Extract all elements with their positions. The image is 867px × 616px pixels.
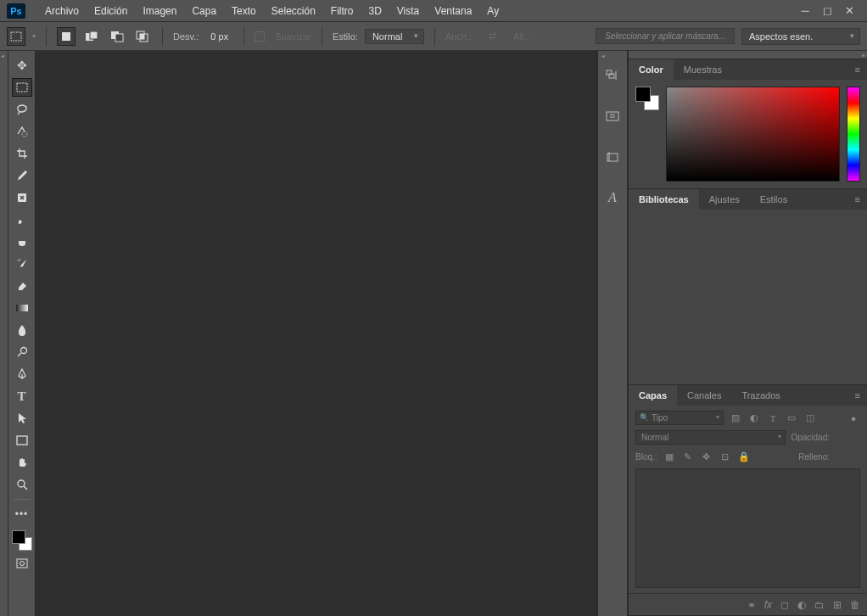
tab-capas[interactable]: Capas [629, 385, 677, 406]
width-label: Anch.: [445, 31, 472, 42]
lasso-tool[interactable] [12, 100, 32, 119]
selection-subtract-icon[interactable] [108, 27, 126, 46]
eyedropper-tool[interactable] [12, 166, 32, 185]
filter-toggle-icon[interactable]: ● [847, 412, 860, 425]
close-button[interactable]: ✕ [838, 3, 860, 20]
color-saturation-field[interactable] [666, 87, 840, 182]
hand-tool[interactable] [12, 453, 32, 472]
tab-muestras[interactable]: Muestras [674, 59, 732, 80]
selection-new-icon[interactable] [57, 27, 76, 46]
quickmask-toggle[interactable] [12, 554, 32, 573]
rectangle-shape-tool[interactable] [12, 431, 32, 450]
color-fgbg-swatch[interactable] [635, 87, 659, 110]
libraries-body [629, 210, 867, 384]
toolbox-handle[interactable] [0, 51, 8, 616]
group-icon[interactable]: 🗀 [814, 599, 825, 611]
history-panel-icon[interactable] [602, 66, 623, 85]
lock-all-icon[interactable]: 🔒 [737, 450, 751, 463]
menu-vista[interactable]: Vista [389, 0, 427, 22]
color-panel-menu-icon[interactable]: ≡ [848, 59, 867, 80]
history-brush-tool[interactable] [12, 255, 32, 273]
lock-artboard-icon[interactable]: ⊡ [719, 450, 732, 463]
quick-select-tool[interactable] [12, 122, 32, 141]
svg-rect-9 [17, 83, 27, 92]
path-select-tool[interactable] [12, 409, 32, 428]
canvas-area[interactable] [36, 51, 597, 616]
new-layer-icon[interactable]: ⊞ [833, 599, 842, 611]
filter-adjust-icon[interactable]: ◐ [747, 412, 761, 425]
menu-ayuda[interactable]: Ay [479, 0, 506, 22]
menu-filtro[interactable]: Filtro [323, 0, 361, 22]
maximize-button[interactable]: ◻ [816, 3, 838, 20]
filter-image-icon[interactable]: ▨ [729, 412, 742, 425]
eraser-tool[interactable] [12, 277, 32, 295]
filter-shape-icon[interactable]: ▭ [785, 412, 798, 425]
layer-filter-select[interactable]: Tipo [635, 411, 724, 425]
feather-value[interactable]: 0 px [205, 31, 233, 42]
style-select[interactable]: Normal [365, 29, 424, 44]
tab-estilos[interactable]: Estilos [750, 189, 797, 210]
dodge-tool[interactable] [12, 343, 32, 361]
properties-panel-icon[interactable] [602, 107, 623, 126]
tab-trazados[interactable]: Trazados [731, 385, 790, 406]
character-panel-icon[interactable]: A [602, 188, 623, 207]
menu-capa[interactable]: Capa [184, 0, 224, 22]
move-tool[interactable]: ✥ [12, 56, 32, 75]
tab-bibliotecas[interactable]: Bibliotecas [629, 189, 699, 210]
toolbox: ✥ T ••• [8, 51, 36, 616]
menu-imagen[interactable]: Imagen [135, 0, 184, 22]
pen-tool[interactable] [12, 365, 32, 384]
crop-tool[interactable] [12, 144, 32, 163]
menu-edicion[interactable]: Edición [87, 0, 135, 22]
svg-rect-1 [62, 32, 70, 41]
lock-position-icon[interactable]: ✥ [700, 450, 713, 463]
menu-ventana[interactable]: Ventana [427, 0, 479, 22]
workspace-select[interactable]: Aspectos esen. [741, 28, 860, 45]
libraries-panel-menu-icon[interactable]: ≡ [848, 189, 867, 210]
filter-type-icon[interactable]: T [766, 412, 780, 425]
foreground-background-colors[interactable] [12, 530, 32, 551]
link-layers-icon[interactable]: ⚭ [747, 599, 756, 611]
blur-tool[interactable] [12, 321, 32, 339]
tab-ajustes[interactable]: Ajustes [699, 189, 750, 210]
panel-collapse-handle[interactable] [629, 51, 867, 59]
brush-tool[interactable] [12, 210, 32, 229]
antialias-label: Suavizar [275, 31, 311, 42]
zoom-tool[interactable] [12, 475, 32, 494]
brush-panel-icon[interactable] [602, 148, 623, 166]
layer-mask-icon[interactable]: ◻ [780, 599, 789, 611]
selection-intersect-icon[interactable] [133, 27, 152, 46]
menu-seleccion[interactable]: Selección [264, 0, 323, 22]
type-tool[interactable]: T [12, 387, 32, 406]
marquee-tool[interactable] [12, 78, 32, 97]
edit-toolbar-icon[interactable]: ••• [12, 505, 32, 524]
svg-rect-5 [115, 34, 123, 42]
menu-3d[interactable]: 3D [361, 0, 389, 22]
menu-archivo[interactable]: Archivo [37, 0, 87, 22]
minimize-button[interactable]: ─ [794, 3, 816, 20]
antialias-checkbox [255, 31, 265, 42]
svg-rect-16 [17, 559, 27, 568]
current-tool-marquee-icon[interactable] [7, 27, 25, 46]
select-and-mask-button[interactable]: Seleccionar y aplicar máscara... [596, 28, 735, 44]
color-hue-slider[interactable] [847, 87, 860, 182]
style-label: Estilo: [333, 31, 358, 42]
layer-style-icon[interactable]: fx [764, 599, 772, 611]
selection-add-icon[interactable] [82, 27, 101, 46]
filter-smart-icon[interactable]: ◫ [803, 412, 817, 425]
blend-mode-select[interactable]: Normal [635, 430, 786, 445]
tab-color[interactable]: Color [629, 59, 674, 80]
lock-paint-icon[interactable]: ✎ [681, 450, 695, 463]
gradient-tool[interactable] [12, 299, 32, 317]
delete-layer-icon[interactable]: 🗑 [850, 599, 860, 611]
menu-texto[interactable]: Texto [224, 0, 264, 22]
layers-panel-menu-icon[interactable]: ≡ [848, 385, 867, 406]
healing-brush-tool[interactable] [12, 188, 32, 207]
adjustment-layer-icon[interactable]: ◐ [797, 599, 806, 611]
tab-canales[interactable]: Canales [677, 385, 731, 406]
collapsed-panel-strip: A [597, 51, 628, 616]
clone-stamp-tool[interactable] [12, 232, 32, 251]
svg-rect-8 [140, 34, 144, 39]
layers-list[interactable] [635, 468, 860, 588]
lock-pixels-icon[interactable]: ▦ [663, 450, 676, 463]
